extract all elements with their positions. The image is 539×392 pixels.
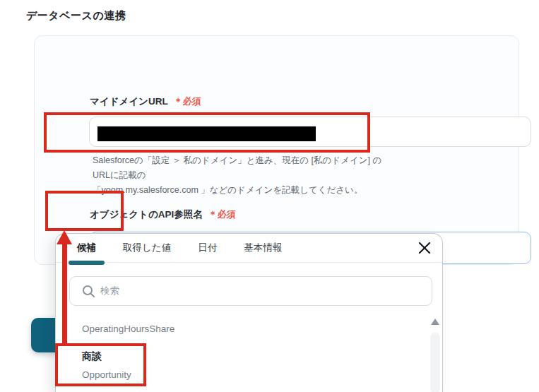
annotation-box-list-item bbox=[55, 343, 146, 386]
help-line: 「yoom.my.salesforce.com 」などのドメインを記載してくださ… bbox=[93, 183, 401, 198]
tab-date[interactable]: 日付 bbox=[189, 234, 225, 263]
page-title: データベースの連携 bbox=[26, 9, 126, 23]
my-domain-url-label: マイドメインURL＊必須 bbox=[90, 95, 201, 108]
annotation-box-input-value bbox=[45, 191, 124, 231]
tab-basic-info[interactable]: 基本情報 bbox=[235, 234, 290, 263]
required-badge: ＊必須 bbox=[174, 96, 201, 107]
page: データベースの連携 マイドメインURL＊必須 Salesforceの「設定 ＞ … bbox=[0, 0, 539, 392]
search-placeholder: 検索 bbox=[100, 285, 119, 297]
field-label-text: マイドメインURL bbox=[90, 96, 168, 107]
tab-retrieved-values[interactable]: 取得した値 bbox=[114, 234, 179, 263]
scroll-up-icon[interactable] bbox=[431, 319, 439, 325]
help-line: Salesforceの「設定 ＞ 私のドメイン」と進み、現在の [私のドメイン]… bbox=[93, 153, 401, 183]
scrollbar[interactable] bbox=[430, 333, 440, 392]
search-icon bbox=[82, 285, 95, 298]
tab-candidates[interactable]: 候補 bbox=[69, 234, 105, 263]
dropdown-tabs: 候補 取得した値 日付 基本情報 bbox=[56, 234, 442, 263]
list-item-operatinghoursshare[interactable]: OperatingHoursShare bbox=[82, 323, 174, 334]
annotation-arrow-icon bbox=[57, 230, 72, 244]
annotation-arrow-shaft bbox=[62, 243, 67, 345]
required-badge: ＊必須 bbox=[208, 209, 236, 220]
annotation-box-help-text bbox=[44, 112, 370, 153]
field-help-text: Salesforceの「設定 ＞ 私のドメイン」と進み、現在の [私のドメイン]… bbox=[93, 153, 401, 198]
search-input[interactable]: 検索 bbox=[69, 276, 432, 306]
close-icon[interactable] bbox=[418, 242, 431, 254]
